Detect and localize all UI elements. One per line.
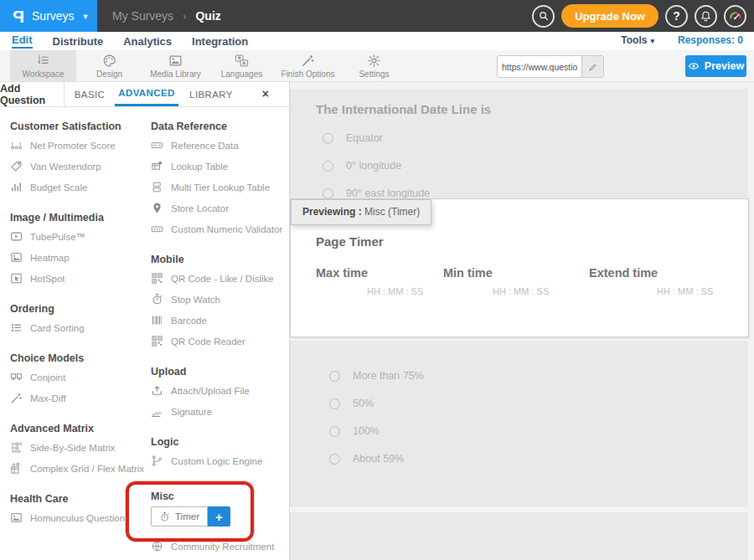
question-type-tubepulse[interactable]: TubePulse™ [10,226,142,247]
question-type-custom-logic-engine[interactable]: Custom Logic Engine [151,450,288,471]
toolbar-media-library[interactable]: Media Library [142,50,209,81]
question-type-multi-tier-lookup-table[interactable]: Multi Tier Lookup Table [151,177,288,198]
survey-url-input[interactable] [498,56,581,77]
question-type-qr-code-reader[interactable]: QR Code Reader [151,331,288,352]
questionpro-survey-editor: P Surveys ▼ My Surveys › Quiz Upgrade No… [0,0,754,560]
section-title: Upload [151,366,288,378]
tab-basic[interactable]: BASIC [65,82,115,106]
max-time-input[interactable]: HH : MM : SS [367,286,423,296]
question-block-3 [290,512,748,560]
nav-tab-distribute[interactable]: Distribute [53,35,104,48]
notifications-bell-icon [700,10,712,23]
question-type-complex-grid[interactable]: Complex Grid / Flex Matrix [10,458,142,479]
question-type-homunculus[interactable]: Homunculus Question [10,507,142,528]
question-type-conjoint[interactable]: Conjoint [10,367,142,388]
price-tag-icon [10,160,23,172]
sortable-list-icon [10,321,23,334]
toolbar-design[interactable]: Design [76,50,142,81]
toolbar-finish-options[interactable]: Finish Options [275,50,341,81]
question-type-store-locator[interactable]: Store Locator [151,198,288,218]
responses-count-link[interactable]: Responses: 0 [678,34,743,46]
radio-icon [323,188,333,199]
magic-wand-icon [10,392,23,404]
nav-tab-edit[interactable]: Edit [12,33,33,49]
upgrade-now-button[interactable]: Upgrade Now [561,4,658,28]
question-type-signature[interactable]: Signature [151,401,288,422]
radio-icon [329,371,340,382]
section-title: Data Reference [151,121,288,132]
add-timer-button[interactable]: + [208,506,230,527]
header-actions: Upgrade Now ? [532,4,746,28]
section-title: Customer Satisfaction [10,121,142,132]
close-panel-icon[interactable]: × [262,88,269,100]
product-menu[interactable]: P Surveys ▼ [0,0,97,32]
question-type-card-sorting[interactable]: Card Sorting [10,317,142,338]
notifications-button[interactable] [695,5,717,28]
help-icon: ? [673,9,680,23]
numeric-keypad-icon [151,223,163,235]
extend-time-input[interactable]: HH : MM : SS [657,286,713,296]
question-type-timer[interactable]: Timer [151,506,208,527]
tab-library[interactable]: LIBRARY [180,82,242,106]
help-button[interactable]: ? [665,5,688,28]
question-types-column-1: Customer Satisfaction Net Promoter Score… [10,106,142,528]
section-title-misc: Misc [151,491,250,502]
question-type-hotspot[interactable]: HotSpot [10,268,142,289]
edit-url-button[interactable] [581,56,603,77]
breadcrumb-my-surveys[interactable]: My Surveys [112,9,173,23]
video-player-icon [10,230,23,243]
min-time-input[interactable]: HH : MM : SS [493,286,549,296]
section-title: Choice Models [10,352,142,364]
question-2-option: 50% [329,398,748,409]
question-type-qr-like-dislike[interactable]: QR Code - Like / Dislike [151,268,288,289]
branch-icon [151,455,163,467]
toolbar-buttons: Workspace Design Media Library Languages… [0,50,754,81]
signature-icon [151,405,163,418]
question-type-budget-scale[interactable]: Budget Scale [10,177,142,198]
question-type-heatmap[interactable]: Heatmap [10,247,142,268]
question-type-lookup-table[interactable]: Lookup Table [151,156,288,177]
eye-icon [688,60,700,72]
body-image-icon [10,511,23,524]
question-types-column-2: Data Reference Reference Data Lookup Tab… [151,106,288,471]
workspace-icon [36,54,50,68]
radio-icon [323,161,333,172]
question-type-max-diff[interactable]: Max-Diff [10,388,142,408]
question-type-stop-watch[interactable]: Stop Watch [151,289,288,310]
gear-icon [367,54,381,68]
search-button[interactable] [532,5,555,28]
section-title: Health Care [10,493,142,505]
survey-url-group [497,55,604,78]
preview-button[interactable]: Preview [685,55,746,77]
section-title: Mobile [151,254,288,265]
question-type-reference-data[interactable]: Reference Data [151,135,288,156]
nav-tab-integration[interactable]: Integration [192,35,248,48]
breadcrumb-separator: › [183,10,186,23]
tools-dropdown[interactable]: Tools▾ [621,34,654,46]
question-block-1: The International Date Line is Equator 0… [290,89,748,198]
question-type-attach-upload-file[interactable]: Attach/Upload File [151,380,288,401]
question-type-barcode[interactable]: Barcode [151,310,288,331]
palette-icon [102,54,116,68]
question-type-net-promoter-score[interactable]: Net Promoter Score [10,135,142,156]
question-type-side-by-side-matrix[interactable]: Side-By-Side Matrix [10,437,142,458]
section-title: Logic [151,436,288,448]
toolbar-languages[interactable]: Languages [209,50,275,81]
tab-advanced[interactable]: ADVANCED [115,82,178,106]
dual-monitor-icon [10,371,23,383]
question-type-custom-numeric-validator[interactable]: Custom Numeric Validator [151,218,288,239]
question-type-van-westendorp[interactable]: Van Westendorp [10,156,142,177]
editor-toolbar: Workspace Design Media Library Languages… [0,50,754,82]
account-gauge-icon [728,8,743,23]
stacked-tables-icon [151,181,163,193]
question-1-title: The International Date Line is [316,102,748,116]
max-time-label: Max time [316,266,368,280]
toolbar-settings[interactable]: Settings [341,50,407,81]
toolbar-workspace[interactable]: Workspace [10,50,76,81]
question-block-2: More than 75% 50% 100% About 59% [290,341,748,507]
account-button[interactable] [724,5,746,28]
nav-tab-analytics[interactable]: Analytics [123,35,172,48]
content-area: Add Question BASIC ADVANCED LIBRARY × Cu… [0,82,754,560]
section-title: Image / Multimedia [10,212,142,223]
questionpro-logo: P [13,8,24,25]
